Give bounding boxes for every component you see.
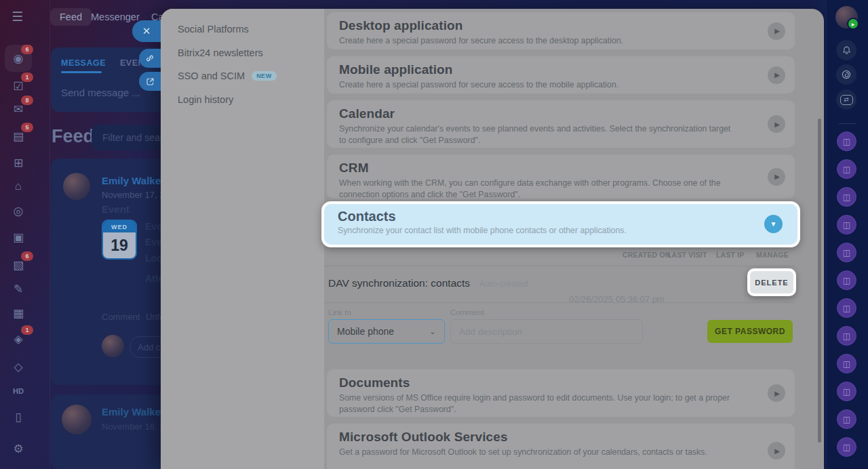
workflows-icon: ▤ xyxy=(13,129,24,144)
column-header-last-visit: LAST VISIT xyxy=(667,251,707,259)
contact-card-icon: ◫ xyxy=(843,248,850,258)
section-documents[interactable]: Documents Some versions of MS Office req… xyxy=(327,369,795,417)
composer-tab-message[interactable]: MESSAGE xyxy=(61,58,106,68)
section-microsoft-outlook[interactable]: Microsoft Outlook Services Get a passwor… xyxy=(327,424,795,469)
delete-button-highlight: DELETE xyxy=(747,268,796,296)
avatar[interactable] xyxy=(62,405,92,434)
new-badge: NEW xyxy=(252,71,277,81)
post-date: November 16, 20 xyxy=(102,422,170,432)
section-desktop-application[interactable]: Desktop application Create here a specia… xyxy=(327,12,795,49)
expand-arrow-button[interactable]: ▶ xyxy=(768,66,785,84)
expand-arrow-button[interactable]: ▶ xyxy=(768,384,785,402)
event-field: Loc xyxy=(145,253,162,264)
close-panel-button[interactable]: ✕ xyxy=(132,20,161,42)
section-desc: Create here a special password for secur… xyxy=(327,79,795,91)
event-date-tile: WED 19 xyxy=(102,220,137,260)
contact-card-icon: ◫ xyxy=(843,387,850,396)
contact-shortcut[interactable]: ◫ xyxy=(837,243,856,262)
sidebar-item-store[interactable]: ▣ xyxy=(9,228,28,247)
avatar[interactable] xyxy=(63,173,90,200)
send-message-input[interactable]: Send message ... xyxy=(61,87,140,98)
sidebar-item-copilot[interactable]: ◈1 xyxy=(9,329,28,348)
section-title: Contacts xyxy=(324,204,797,224)
sidebar-item-drive[interactable]: ⌂ xyxy=(9,177,28,196)
post-author-link[interactable]: Emily Walker xyxy=(102,406,165,417)
section-desc: Synchronize your calendar's events to se… xyxy=(327,123,795,146)
section-calendar[interactable]: Calendar Synchronize your calendar's eve… xyxy=(327,100,795,148)
sidebar-item-sign[interactable]: ▧6 xyxy=(9,256,28,274)
event-field: Eve xyxy=(145,221,162,232)
copilot-button[interactable] xyxy=(836,64,856,85)
market-icon: ◇ xyxy=(14,360,22,374)
sidebar-item-workflows[interactable]: ▤5 xyxy=(9,127,28,146)
close-icon: ✕ xyxy=(142,25,151,37)
contact-shortcut[interactable]: ◫ xyxy=(837,215,856,234)
link-icon xyxy=(145,54,155,63)
tab-underline xyxy=(61,71,102,73)
copilot-spiral-icon xyxy=(841,69,852,80)
notifications-button[interactable] xyxy=(836,40,856,60)
status-play-badge: ▶ xyxy=(847,18,859,30)
open-in-new-button[interactable] xyxy=(139,72,161,91)
messenger-sync-button[interactable]: ⇄ xyxy=(836,89,856,110)
user-avatar[interactable]: ▶ xyxy=(835,6,858,28)
sidebar-item-tasks[interactable]: ☑1 xyxy=(9,77,28,96)
scrollbar-thumb[interactable] xyxy=(818,119,821,443)
expand-arrow-button[interactable]: ▶ xyxy=(768,168,785,186)
top-tab-feed[interactable]: Feed xyxy=(50,8,92,26)
sidebar-item-devices[interactable]: ▯ xyxy=(9,407,28,426)
notification-badge: 1 xyxy=(21,73,33,82)
contact-shortcut[interactable]: ◫ xyxy=(837,187,856,207)
contact-shortcut[interactable]: ◫ xyxy=(837,326,856,346)
section-mobile-application[interactable]: Mobile application Create here a special… xyxy=(327,56,795,94)
analytics-icon: ▦ xyxy=(13,306,24,321)
chat-sync-icon: ⇄ xyxy=(840,95,853,105)
devices-icon: ▯ xyxy=(15,410,21,424)
avatar xyxy=(102,335,124,357)
dav-auto-created-label: Auto-created xyxy=(479,279,528,289)
get-password-button[interactable]: GET PASSWORD xyxy=(707,320,793,343)
contact-shortcut[interactable]: ◫ xyxy=(837,437,856,457)
sidebar-item-calendar[interactable]: ⊞ xyxy=(9,153,28,172)
contact-shortcut[interactable]: ◫ xyxy=(837,159,856,179)
expand-arrow-button[interactable]: ▶ xyxy=(768,442,785,460)
contact-card-icon: ◫ xyxy=(843,276,850,285)
expand-arrow-button[interactable]: ▶ xyxy=(768,115,785,133)
post-author-link[interactable]: Emily Walker xyxy=(102,175,165,186)
section-crm[interactable]: CRM When working with the CRM, you can c… xyxy=(327,155,795,199)
event-field: Eve xyxy=(145,237,162,247)
top-tab-messenger[interactable]: Messenger xyxy=(91,12,140,22)
comment-input[interactable] xyxy=(450,319,643,344)
left-sidebar: ◉6 ☑1 ✉8 ▤5 ⊞ ⌂ ◎ ▣ ▧6 ✎ ▦ ◈1 ◇ HD ▯ ⚙ xyxy=(0,0,50,469)
contact-shortcut[interactable]: ◫ xyxy=(837,298,856,318)
sidebar-item-pen[interactable]: ✎ xyxy=(9,279,28,298)
contact-shortcut[interactable]: ◫ xyxy=(837,131,856,151)
contact-shortcut[interactable]: ◫ xyxy=(837,270,856,290)
contact-card-icon: ◫ xyxy=(843,415,850,424)
delete-button[interactable]: DELETE xyxy=(750,271,793,293)
copy-link-button[interactable] xyxy=(139,49,161,68)
sidebar-item-analytics[interactable]: ▦ xyxy=(9,304,28,323)
contact-shortcut[interactable]: ◫ xyxy=(837,382,856,401)
comment-link[interactable]: Comment xyxy=(102,312,140,322)
sidebar-item-video[interactable]: HD xyxy=(9,382,28,401)
contact-shortcut[interactable]: ◫ xyxy=(837,409,856,429)
menu-item-login-history[interactable]: Login history xyxy=(178,94,233,105)
contact-shortcut[interactable]: ◫ xyxy=(837,354,856,373)
menu-item-social-platforms[interactable]: Social Platforms xyxy=(178,24,249,35)
collapse-arrow-button[interactable]: ▼ xyxy=(764,215,783,233)
menu-item-sso-scim[interactable]: SSO and SCIMNEW xyxy=(178,70,277,81)
sidebar-item-employees[interactable]: ✉8 xyxy=(9,100,28,119)
section-contacts-highlighted[interactable]: Contacts Synchronize your contact list w… xyxy=(321,201,800,247)
sidebar-item-market[interactable]: ◇ xyxy=(9,357,28,376)
employees-icon: ✉ xyxy=(14,102,23,117)
notification-badge: 5 xyxy=(21,123,33,132)
settings-menu-column: Social Platforms Bitrix24 newsletters SS… xyxy=(161,9,324,469)
sidebar-item-settings[interactable]: ⚙ xyxy=(9,439,28,458)
sidebar-item-livefeed[interactable]: ◉6 xyxy=(9,49,28,68)
expand-arrow-button[interactable]: ▶ xyxy=(768,22,785,40)
menu-label: SSO and SCIM xyxy=(178,70,245,81)
sidebar-item-crm[interactable]: ◎ xyxy=(9,201,28,220)
link-to-select[interactable]: Mobile phone ⌄ xyxy=(328,319,445,344)
menu-item-bitrix24-newsletters[interactable]: Bitrix24 newsletters xyxy=(178,47,263,58)
